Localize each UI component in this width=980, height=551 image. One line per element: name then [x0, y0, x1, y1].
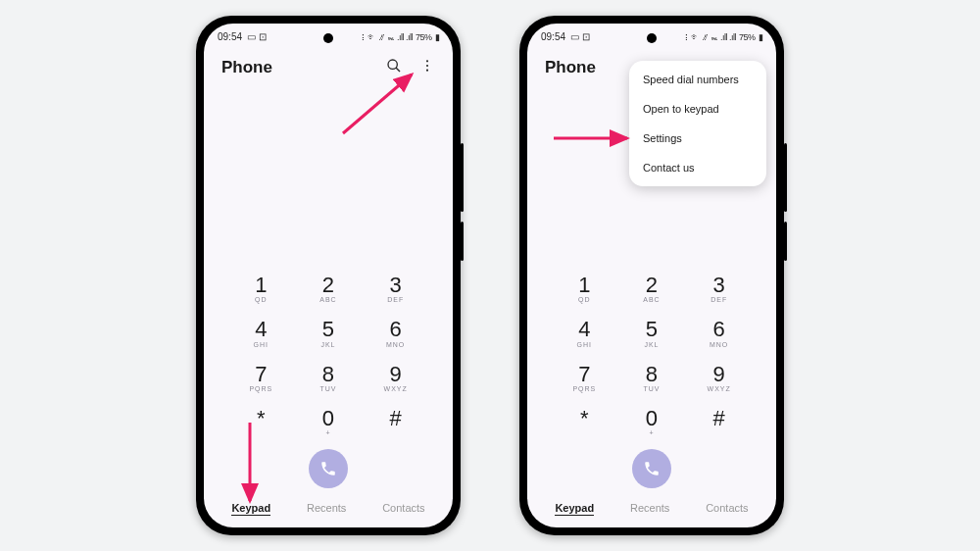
call-button[interactable] — [309, 449, 348, 488]
power-button — [784, 222, 787, 261]
phone-frame-right: 09:54 ▭ ⊡ ⋮ ᯤ ⫽ ₅₆ .ıll .ıll 75% ▮ Phone… — [519, 16, 784, 535]
key-#[interactable]: # — [689, 407, 749, 437]
key-8[interactable]: 8TUV — [622, 363, 682, 393]
volume-button — [461, 143, 464, 212]
status-icons-right: ⋮ ᯤ ⫽ ₅₆ .ıll .ıll — [684, 32, 736, 42]
key-*[interactable]: * — [231, 407, 291, 437]
svg-point-0 — [388, 60, 397, 69]
menu-item-speed-dial-numbers[interactable]: Speed dial numbers — [629, 65, 766, 94]
app-title: Phone — [221, 58, 272, 77]
keypad: 1QD2ABC3DEF4GHI5JKL6MNO7PQRS8TUV9WXYZ*0+… — [204, 274, 453, 437]
key-4[interactable]: 4GHI — [231, 318, 291, 348]
key-4[interactable]: 4GHI — [555, 318, 614, 348]
key-9[interactable]: 9WXYZ — [689, 363, 749, 393]
key-7[interactable]: 7PQRS — [231, 363, 291, 393]
key-0[interactable]: 0+ — [299, 407, 359, 437]
key-3[interactable]: 3DEF — [366, 274, 425, 304]
camera-hole — [323, 33, 333, 43]
tab-recents[interactable]: Recents — [630, 502, 669, 516]
app-bar: Phone — [204, 46, 453, 85]
battery-icon: ▮ — [435, 32, 440, 42]
tab-contacts[interactable]: Contacts — [382, 502, 424, 516]
app-title: Phone — [545, 58, 596, 77]
svg-line-1 — [396, 68, 400, 72]
screen: 09:54 ▭ ⊡ ⋮ ᯤ ⫽ ₅₆ .ıll .ıll 75% ▮ Phone… — [527, 24, 776, 527]
key-8[interactable]: 8TUV — [299, 363, 359, 393]
svg-point-2 — [426, 60, 428, 62]
key-1[interactable]: 1QD — [231, 274, 291, 304]
call-button[interactable] — [632, 449, 671, 488]
key-*[interactable]: * — [555, 407, 614, 437]
key-6[interactable]: 6MNO — [366, 318, 425, 348]
status-time: 09:54 — [541, 31, 565, 42]
key-1[interactable]: 1QD — [555, 274, 614, 304]
phone-frame-left: 09:54 ▭ ⊡ ⋮ ᯤ ⫽ ₅₆ .ıll .ıll 75% ▮ Phone… — [196, 16, 461, 535]
svg-point-3 — [426, 65, 428, 67]
key-0[interactable]: 0+ — [622, 407, 682, 437]
power-button — [461, 222, 464, 261]
key-#[interactable]: # — [366, 407, 425, 437]
key-9[interactable]: 9WXYZ — [366, 363, 425, 393]
key-2[interactable]: 2ABC — [622, 274, 682, 304]
key-5[interactable]: 5JKL — [622, 318, 682, 348]
svg-point-4 — [426, 70, 428, 72]
tab-recents[interactable]: Recents — [307, 502, 346, 516]
tab-contacts[interactable]: Contacts — [706, 502, 748, 516]
bottom-tabs: KeypadRecentsContacts — [527, 496, 776, 527]
search-icon[interactable] — [386, 58, 402, 77]
camera-hole — [647, 33, 657, 43]
menu-item-open-to-keypad[interactable]: Open to keypad — [629, 94, 766, 124]
volume-button — [784, 143, 787, 212]
status-icons-right: ⋮ ᯤ ⫽ ₅₆ .ıll .ıll — [361, 32, 413, 42]
tab-keypad[interactable]: Keypad — [231, 502, 270, 516]
more-icon[interactable] — [419, 58, 435, 77]
key-7[interactable]: 7PQRS — [555, 363, 614, 393]
status-time: 09:54 — [218, 31, 242, 42]
battery-icon: ▮ — [759, 32, 763, 42]
screen: 09:54 ▭ ⊡ ⋮ ᯤ ⫽ ₅₆ .ıll .ıll 75% ▮ Phone… — [204, 24, 453, 527]
status-battery: 75% — [416, 32, 432, 42]
status-icons-left: ▭ ⊡ — [570, 31, 590, 42]
keypad: 1QD2ABC3DEF4GHI5JKL6MNO7PQRS8TUV9WXYZ*0+… — [527, 274, 776, 437]
overflow-menu: Speed dial numbersOpen to keypadSettings… — [629, 61, 766, 186]
key-2[interactable]: 2ABC — [299, 274, 359, 304]
key-3[interactable]: 3DEF — [689, 274, 749, 304]
menu-item-settings[interactable]: Settings — [629, 124, 766, 153]
key-5[interactable]: 5JKL — [299, 318, 359, 348]
status-battery: 75% — [739, 32, 756, 42]
status-icons-left: ▭ ⊡ — [247, 31, 267, 42]
key-6[interactable]: 6MNO — [689, 318, 749, 348]
tab-keypad[interactable]: Keypad — [555, 502, 594, 516]
menu-item-contact-us[interactable]: Contact us — [629, 153, 766, 182]
bottom-tabs: KeypadRecentsContacts — [204, 496, 453, 527]
